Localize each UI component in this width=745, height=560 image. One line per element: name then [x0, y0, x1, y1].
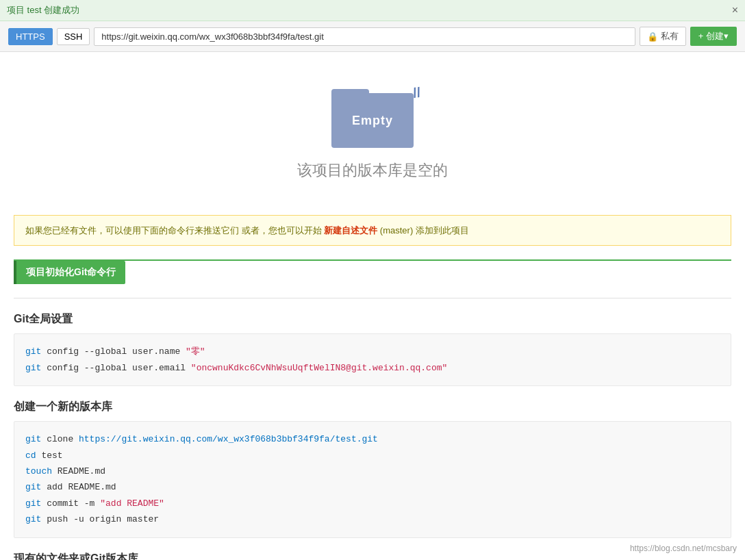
- https-tab[interactable]: HTTPS: [8, 28, 53, 45]
- private-label: 私有: [661, 30, 679, 42]
- main-content: Empty // 该项目的版本库是空的 如果您已经有文件，可以使用下面的命令行来…: [0, 52, 745, 560]
- code-line-7: git commit -m "add README": [25, 496, 720, 511]
- global-config-title: Git全局设置: [14, 312, 731, 327]
- private-badge: 🔒 私有: [640, 27, 686, 46]
- close-button[interactable]: ×: [732, 5, 738, 16]
- global-config-code: git config --global user.name "零" git co…: [14, 333, 731, 386]
- folder-icon: Empty //: [331, 79, 414, 148]
- empty-illustration: Empty // 该项目的版本库是空的: [14, 79, 731, 194]
- code-line-2: git config --global user.email "oncwnuKd…: [25, 360, 720, 376]
- code-line-4: cd test: [25, 448, 720, 463]
- section-divider: [14, 298, 731, 298]
- create-button[interactable]: + 创建▾: [690, 27, 737, 46]
- code-line-6: git add README.md: [25, 479, 720, 495]
- repo-url-input[interactable]: [94, 27, 635, 46]
- watermark: https://blog.csdn.net/mcsbary: [630, 544, 737, 553]
- ssh-tab[interactable]: SSH: [57, 28, 90, 45]
- section-header: 项目初始化Git命令行: [14, 261, 125, 284]
- info-text-1: 如果您已经有文件，可以使用下面的命令行来推送它们 或者，您也可以开始: [25, 225, 324, 236]
- info-text-2: (master) 添加到此项目: [377, 225, 469, 236]
- code-line-1: git config --global user.name "零": [25, 344, 720, 359]
- url-bar: HTTPS SSH 🔒 私有 + 创建▾: [0, 21, 745, 52]
- folder-label: Empty: [331, 93, 414, 148]
- new-readme-link[interactable]: 新建自述文件: [324, 225, 377, 236]
- title-bar: 项目 test 创建成功 ×: [0, 0, 745, 21]
- lock-icon: 🔒: [647, 31, 658, 42]
- global-config-section: Git全局设置 git config --global user.name "零…: [14, 312, 731, 386]
- code-line-3: git clone https://git.weixin.qq.com/wx_w…: [25, 431, 720, 447]
- folder-body: Empty: [331, 93, 414, 148]
- empty-title: 该项目的版本库是空的: [297, 160, 448, 181]
- title-message: 项目 test 创建成功: [7, 4, 79, 16]
- new-repo-section: 创建一个新的版本库 git clone https://git.weixin.q…: [14, 400, 731, 537]
- code-line-5: touch README.md: [25, 463, 720, 479]
- new-repo-code: git clone https://git.weixin.qq.com/wx_w…: [14, 421, 731, 537]
- code-line-8: git push -u origin master: [25, 511, 720, 527]
- new-repo-title: 创建一个新的版本库: [14, 400, 731, 414]
- existing-repo-title: 现有的文件夹或Git版本库: [14, 552, 731, 560]
- info-banner: 如果您已经有文件，可以使用下面的命令行来推送它们 或者，您也可以开始 新建自述文…: [14, 215, 731, 246]
- existing-repo-section: 现有的文件夹或Git版本库 cd existing_folder git ini…: [14, 552, 731, 560]
